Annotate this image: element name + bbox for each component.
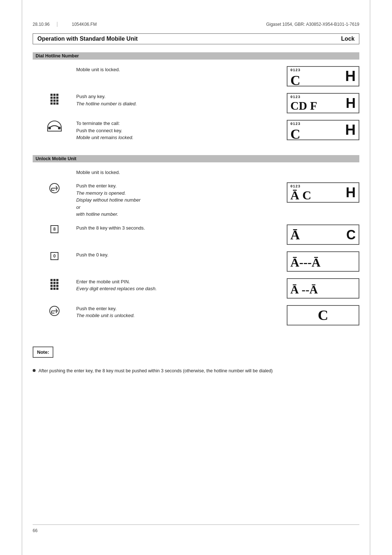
note-bullet-text-1: After pushing the enter key, the 8 key m… xyxy=(38,367,273,374)
dial-row-3: To terminate the call: Push the connect … xyxy=(33,120,359,141)
unlock-icon-5 xyxy=(33,305,76,316)
unlock-row-5: Push the enter key. The mobile unit is u… xyxy=(33,305,359,325)
svg-rect-1 xyxy=(58,127,61,129)
lcd2-digits: 0123 xyxy=(290,95,317,99)
ulcd4-text: Ā --Ā xyxy=(290,283,318,297)
lcd3-c: C xyxy=(290,126,301,142)
unlock-text-3: Push the 0 key. xyxy=(76,251,279,259)
unlock-display-2: Ā C xyxy=(279,224,359,245)
dial-row-1: Mobile unit is locked. 0123 C H xyxy=(33,66,359,86)
enter-icon-2 xyxy=(49,306,60,316)
note-bullet-1: After pushing the enter key, the 8 key m… xyxy=(33,367,359,374)
page-header: 28.10.96 1054K06.FM Gigaset 1054, GBR: A… xyxy=(33,22,359,27)
unlock-row-4: Enter the mobile unit PIN. Every digit e… xyxy=(33,278,359,299)
page: 28.10.96 1054K06.FM Gigaset 1054, GBR: A… xyxy=(0,0,392,555)
key-0-icon: 0 xyxy=(50,252,58,260)
unlock-text-2: Push the 8 key within 3 seconds. xyxy=(76,224,279,232)
hangup-svg xyxy=(48,122,61,130)
bullet-dot xyxy=(33,369,36,372)
title-right: Lock xyxy=(341,36,355,42)
unlock-icon-2: 8 xyxy=(33,224,76,233)
unlock-display-3: Ā---Ā xyxy=(279,251,359,272)
unlock-row-2: 8 Push the 8 key within 3 seconds. Ā C xyxy=(33,224,359,245)
section-dial-hotline-body: Mobile unit is locked. 0123 C H xyxy=(33,66,359,155)
dial-text-1: Mobile unit is locked. xyxy=(76,66,279,73)
svg-rect-0 xyxy=(48,127,51,129)
note-section: Note: After pushing the enter key, the 8… xyxy=(33,343,359,374)
unlock-text-1: Push the enter key. The memory is opened… xyxy=(76,182,279,218)
page-title: Operation with Standard Mobile Unit xyxy=(37,36,138,42)
unlock-display-1: 0123 Ā C H xyxy=(279,182,359,203)
ulcd-1: 0123 Ā C H xyxy=(287,182,359,203)
lcd1-digits: 0123 xyxy=(290,68,301,72)
dial-text-2: Push any key. The hotline number is dial… xyxy=(76,93,279,107)
header-file: 1054K06.FM xyxy=(72,22,97,27)
header-left: 28.10.96 1054K06.FM xyxy=(33,22,97,27)
keypad-icon-2 xyxy=(50,279,58,290)
section-unlock-body: Mobile unit is locked. Push the enter ke… xyxy=(33,169,359,339)
dial-display-3: 0123 C H xyxy=(279,120,359,140)
lcd3-digits: 0123 xyxy=(290,122,301,126)
unlock-row-3: 0 Push the 0 key. Ā---Ā xyxy=(33,251,359,272)
ulcd1-ac: Ā C xyxy=(290,189,311,202)
lcd-display-2: 0123 CD F H xyxy=(287,93,359,113)
footer-divider xyxy=(33,524,359,525)
ulcd5-c: C xyxy=(318,307,328,324)
unlock-row-1: Push the enter key. The memory is opened… xyxy=(33,182,359,218)
section-dial-hotline-header: Dial Hotline Number xyxy=(33,52,359,60)
note-label: Note: xyxy=(37,349,49,355)
header-product: Gigaset 1054, GBR: A30852-X954-B101-1-76… xyxy=(266,22,359,27)
unlock-icon-4 xyxy=(33,278,76,290)
lcd3-h: H xyxy=(345,122,356,139)
note-box: Note: xyxy=(33,347,53,358)
ulcd1-digits: 0123 xyxy=(290,185,311,189)
ulcd-5: C xyxy=(287,305,359,325)
ulcd2-c: C xyxy=(346,227,356,243)
unlock-text-0: Mobile unit is locked. xyxy=(76,169,279,176)
dial-display-1: 0123 C H xyxy=(279,66,359,86)
key-8-icon: 8 xyxy=(50,225,58,233)
dial-row-2: Push any key. The hotline number is dial… xyxy=(33,93,359,113)
ulcd-4: Ā --Ā xyxy=(287,278,359,299)
keypad-icon xyxy=(50,94,58,105)
lcd2-h: H xyxy=(346,96,356,112)
enter-icon-1 xyxy=(49,183,60,193)
note-content: After pushing the enter key, the 8 key m… xyxy=(33,367,359,374)
unlock-display-5: C xyxy=(279,305,359,325)
unlock-display-4: Ā --Ā xyxy=(279,278,359,299)
unlock-text-4: Enter the mobile unit PIN. Every digit e… xyxy=(76,278,279,292)
unlock-icon-0 xyxy=(33,169,76,170)
lcd2-cd: CD F xyxy=(290,99,317,113)
unlock-icon-3: 0 xyxy=(33,251,76,260)
section-unlock-header: Unlock Mobile Unit xyxy=(33,155,359,162)
ulcd2-a: Ā xyxy=(290,227,300,243)
footer-page-number: 66 xyxy=(33,528,37,533)
ulcd3-text: Ā---Ā xyxy=(290,256,320,270)
ulcd-3: Ā---Ā xyxy=(287,251,359,272)
header-date: 28.10.96 xyxy=(33,22,57,27)
title-bar: Operation with Standard Mobile Unit Lock xyxy=(33,33,359,44)
dial-icon-1 xyxy=(33,66,76,67)
dial-text-3: To terminate the call: Push the connect … xyxy=(76,120,279,141)
dial-display-2: 0123 CD F H xyxy=(279,93,359,113)
hangup-icon xyxy=(47,121,62,131)
unlock-icon-1 xyxy=(33,182,76,193)
unlock-row-0: Mobile unit is locked. xyxy=(33,169,359,176)
lcd-display-1: 0123 C H xyxy=(287,66,359,86)
ulcd-2: Ā C xyxy=(287,224,359,245)
dial-icon-2 xyxy=(33,93,76,105)
unlock-text-5: Push the enter key. The mobile unit is u… xyxy=(76,305,279,319)
lcd1-c: C xyxy=(290,72,301,88)
lcd-display-3: 0123 C H xyxy=(287,120,359,140)
footer: 66 xyxy=(33,524,359,533)
lcd1-h: H xyxy=(345,68,356,85)
ulcd1-h: H xyxy=(346,185,356,201)
dial-icon-3 xyxy=(33,120,76,131)
